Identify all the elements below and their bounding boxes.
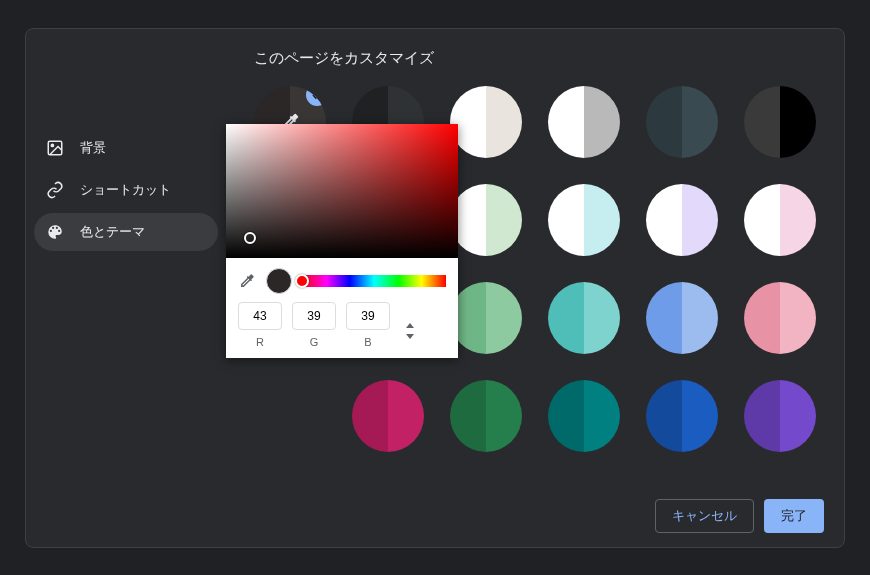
r-label: R: [256, 336, 264, 348]
color-swatch[interactable]: [450, 282, 522, 354]
color-swatch[interactable]: [450, 380, 522, 452]
color-swatch[interactable]: [744, 282, 816, 354]
sidebar: 背景 ショートカット 色とテーマ: [26, 29, 226, 485]
current-color-preview: [266, 268, 292, 294]
eyedropper-button[interactable]: [238, 272, 256, 290]
color-swatch[interactable]: [450, 86, 522, 158]
check-icon: [306, 86, 326, 106]
r-input[interactable]: [238, 302, 282, 330]
sidebar-item-shortcuts[interactable]: ショートカット: [34, 171, 218, 209]
color-swatch[interactable]: [548, 86, 620, 158]
sidebar-item-color-theme[interactable]: 色とテーマ: [34, 213, 218, 251]
dialog-footer: キャンセル 完了: [26, 485, 844, 547]
sidebar-item-label: ショートカット: [80, 181, 171, 199]
sv-cursor[interactable]: [244, 232, 256, 244]
color-swatch[interactable]: [450, 184, 522, 256]
sidebar-item-label: 背景: [80, 139, 106, 157]
palette-icon: [46, 223, 64, 241]
color-swatch[interactable]: [548, 380, 620, 452]
color-swatch[interactable]: [744, 380, 816, 452]
link-icon: [46, 181, 64, 199]
sidebar-item-label: 色とテーマ: [80, 223, 145, 241]
color-swatch[interactable]: [646, 184, 718, 256]
hue-knob[interactable]: [295, 274, 309, 288]
color-swatch[interactable]: [744, 86, 816, 158]
color-swatch[interactable]: [352, 380, 424, 452]
cancel-button[interactable]: キャンセル: [655, 499, 754, 533]
color-swatch[interactable]: [646, 86, 718, 158]
done-button[interactable]: 完了: [764, 499, 824, 533]
b-input[interactable]: [346, 302, 390, 330]
color-mode-toggle[interactable]: [400, 319, 420, 346]
g-label: G: [310, 336, 319, 348]
color-picker: R G B: [226, 124, 458, 358]
g-input[interactable]: [292, 302, 336, 330]
customize-dialog: 背景 ショートカット 色とテーマ このページをカスタマイズ: [25, 28, 845, 548]
color-swatch[interactable]: [646, 380, 718, 452]
color-swatch[interactable]: [548, 184, 620, 256]
image-icon: [46, 139, 64, 157]
hue-slider[interactable]: [302, 275, 446, 287]
color-swatch[interactable]: [548, 282, 620, 354]
color-swatch[interactable]: [646, 282, 718, 354]
sidebar-item-background[interactable]: 背景: [34, 129, 218, 167]
svg-point-1: [51, 144, 53, 146]
page-title: このページをカスタマイズ: [254, 49, 816, 68]
color-swatch[interactable]: [744, 184, 816, 256]
main-panel: このページをカスタマイズ: [226, 29, 844, 485]
saturation-value-area[interactable]: [226, 124, 458, 258]
b-label: B: [364, 336, 371, 348]
